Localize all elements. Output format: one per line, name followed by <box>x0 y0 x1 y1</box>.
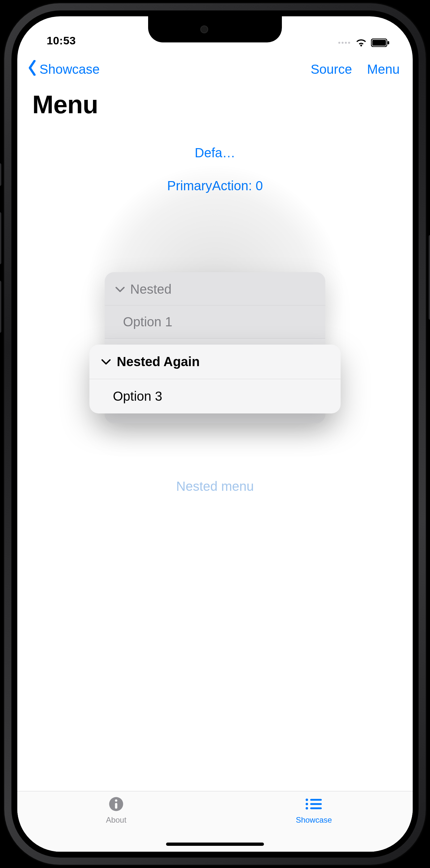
nested-menu-option-1-label: Option 1 <box>123 315 172 329</box>
nav-bar: Showcase Source Menu <box>17 49 413 82</box>
source-button[interactable]: Source <box>311 62 352 77</box>
svg-rect-2 <box>388 41 389 44</box>
svg-point-10 <box>306 807 308 809</box>
chevron-down-icon <box>101 358 111 366</box>
primary-action-link[interactable]: PrimaryAction: 0 <box>17 179 413 193</box>
nested-again-label: Nested Again <box>117 354 199 369</box>
battery-icon <box>371 38 390 47</box>
nested-menu-header-label: Nested <box>130 282 172 297</box>
volume-down-button <box>0 281 1 333</box>
tab-about-label: About <box>106 815 127 825</box>
menu-option-3-label: Option 3 <box>113 389 162 404</box>
cellular-dots-icon <box>338 42 350 44</box>
svg-rect-7 <box>310 799 322 801</box>
svg-rect-11 <box>310 807 322 809</box>
nested-menu-link-dimmed: Nested menu <box>17 479 413 494</box>
default-link[interactable]: Defa… <box>17 146 413 160</box>
nested-again-header[interactable]: Nested Again <box>89 345 341 379</box>
svg-point-8 <box>306 803 308 805</box>
chevron-down-icon <box>115 285 125 294</box>
nested-again-menu: Nested Again Option 3 <box>89 345 341 413</box>
home-indicator[interactable] <box>166 842 264 846</box>
nested-menu-header[interactable]: Nested <box>105 272 325 305</box>
nested-menu-option-1[interactable]: Option 1 <box>105 305 325 338</box>
screen: 10:53 <box>17 16 413 852</box>
power-button <box>429 235 430 320</box>
svg-rect-5 <box>115 803 117 809</box>
wifi-icon <box>355 38 367 47</box>
svg-rect-9 <box>310 803 322 805</box>
menu-button[interactable]: Menu <box>367 62 400 77</box>
menu-option-3[interactable]: Option 3 <box>89 379 341 413</box>
svg-point-6 <box>306 799 308 801</box>
info-circle-icon <box>107 796 125 813</box>
notch <box>148 16 282 42</box>
volume-up-button <box>0 212 1 264</box>
svg-point-4 <box>115 800 117 802</box>
page-title: Menu <box>17 82 413 126</box>
svg-rect-1 <box>372 40 386 46</box>
back-label: Showcase <box>39 62 100 77</box>
status-time: 10:53 <box>47 34 76 47</box>
device-frame: 10:53 <box>0 0 430 868</box>
silence-switch <box>0 163 1 186</box>
back-button[interactable]: Showcase <box>27 60 100 79</box>
chevron-left-icon <box>27 60 38 79</box>
list-bullet-icon <box>305 796 323 813</box>
tab-showcase-label: Showcase <box>296 815 332 825</box>
